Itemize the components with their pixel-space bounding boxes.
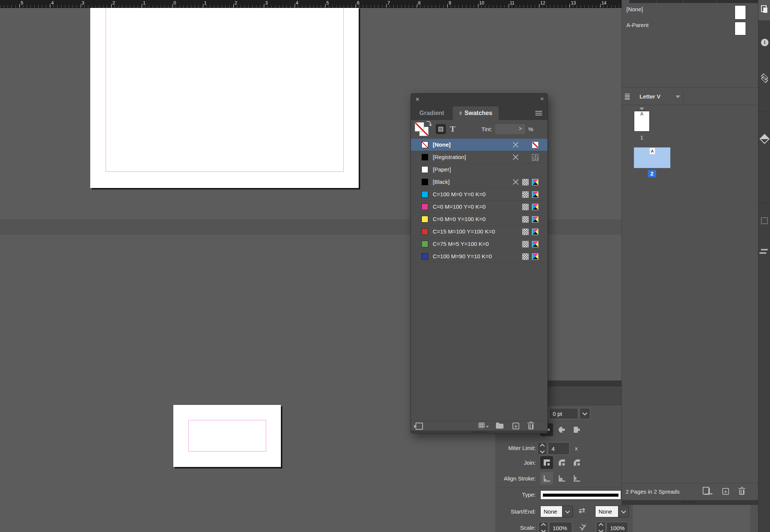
stroke-weight-dropdown-button[interactable] [579, 408, 590, 419]
page-size-menu-icon[interactable] [625, 94, 630, 100]
pages-panel-resize-strip[interactable] [622, 500, 758, 505]
parent-page-a-thumbnail[interactable] [735, 22, 746, 35]
swatches-panel-title-bar[interactable]: × ‹‹ [411, 94, 547, 106]
page-1-number[interactable]: 1 [634, 134, 650, 141]
ruler-major-tick [111, 4, 112, 8]
swatches-panel-resize-strip[interactable] [411, 430, 547, 433]
start-dropdown[interactable]: None [540, 506, 573, 517]
info-icon[interactable]: i [761, 39, 768, 46]
swatch-row[interactable]: C=75 M=5 Y=100 K=0 [411, 238, 547, 250]
ruler-unit-label: 14 [602, 0, 606, 6]
stroke-weight-field[interactable]: 0 pt [549, 408, 578, 419]
align-inside-icon [559, 475, 565, 482]
start-value: None [541, 506, 562, 517]
swatch-row[interactable]: C=100 M=0 Y=0 K=0 [411, 188, 547, 201]
swap-start-end-icon[interactable]: ⇄ [579, 506, 585, 515]
delete-page-button[interactable] [739, 490, 744, 495]
swatch-row[interactable]: [Registration] [411, 151, 547, 164]
swatch-row[interactable]: [Black] [411, 176, 547, 188]
stroke-type-dropdown[interactable] [540, 490, 621, 500]
edit-page-size-button[interactable] [704, 488, 710, 495]
ruler-major-tick [356, 4, 356, 8]
gradient-icon[interactable] [759, 134, 770, 144]
swatch-row[interactable]: [Paper] [411, 164, 547, 176]
tab-gradient[interactable]: Gradient [411, 106, 453, 120]
document-page-1[interactable] [90, 8, 359, 188]
process-icon [522, 241, 529, 247]
horizontal-ruler[interactable]: 5432101234567891011121314 [0, 0, 621, 8]
swap-fill-stroke-icon[interactable] [427, 121, 431, 125]
stroke-weight-value: 0 pt [553, 411, 562, 417]
new-color-group-icon[interactable] [496, 424, 503, 429]
miter-limit-stepper[interactable] [537, 442, 547, 455]
page-2-number-selected[interactable]: 2 [648, 170, 656, 177]
stroke-icon[interactable] [761, 249, 768, 250]
tint-combo-box[interactable]: > [495, 124, 525, 134]
miter-join-button[interactable] [540, 456, 553, 469]
pages-panel: [None] A-Parent Letter V A 1 A 2 2 Pages… [621, 0, 758, 505]
end-dropdown-button[interactable] [618, 506, 629, 517]
end-value: None [596, 506, 618, 517]
bevel-join-button[interactable] [570, 456, 583, 469]
parent-page-none-label[interactable]: [None] [626, 6, 643, 12]
library-panel [633, 505, 758, 532]
round-cap-button[interactable] [555, 423, 568, 436]
round-join-button[interactable] [555, 456, 568, 469]
parent-page-a-label[interactable]: A-Parent [626, 22, 649, 28]
new-page-button[interactable]: + [722, 488, 729, 495]
swatch-row[interactable]: C=0 M=100 Y=0 K=0 [411, 201, 547, 213]
fill-proxy[interactable] [415, 122, 424, 132]
swatch-views-icon[interactable] [479, 423, 485, 428]
scale-start-field[interactable]: 100% [549, 522, 572, 532]
scale-end-field[interactable]: 100% [606, 522, 628, 532]
broken-link-icon[interactable] [580, 524, 587, 531]
formatting-affects-text-button[interactable]: T [450, 124, 455, 134]
scale-end-stepper[interactable] [596, 522, 606, 532]
tab-swatches[interactable]: Swatches [453, 106, 499, 120]
exchange-swatch-icon[interactable] [415, 423, 423, 430]
close-icon[interactable]: × [415, 95, 420, 103]
collapse-panel-icon[interactable]: ‹‹ [540, 95, 543, 102]
page-size-label[interactable]: Letter V [640, 93, 661, 100]
tint-dropdown-icon[interactable]: > [519, 126, 522, 132]
miter-limit-field[interactable]: 4 [548, 442, 570, 455]
formatting-affects-container-button[interactable] [436, 124, 446, 134]
swatch-row[interactable]: C=100 M=90 Y=10 K=0 [411, 250, 547, 263]
swatches-panel: × ‹‹ Gradient Swatches T Tint: > % [None… [411, 93, 548, 433]
swatch-row[interactable]: C=15 M=100 Y=100 K=0 [411, 226, 547, 238]
scrollbar[interactable] [750, 505, 758, 532]
scale-start-stepper[interactable] [538, 522, 548, 532]
ruler-unit-label: 5 [21, 0, 23, 6]
align-center-button[interactable] [540, 472, 553, 485]
delete-swatch-button[interactable] [528, 424, 534, 429]
ruler-unit-label: 4 [51, 0, 54, 6]
pages-icon[interactable] [761, 5, 767, 12]
end-dropdown[interactable]: None [595, 506, 629, 517]
miter-limit-label: Miter Limit: [508, 445, 536, 451]
swatch-row[interactable]: C=0 M=0 Y=100 K=0 [411, 213, 547, 226]
swatch-name: [None] [433, 141, 451, 148]
panel-menu-icon[interactable] [535, 111, 542, 116]
document-page-2[interactable] [173, 405, 281, 467]
resize-grip[interactable] [472, 431, 487, 433]
miter-limit-row: Miter Limit: 4 x [495, 442, 633, 455]
stepper-up-icon [540, 444, 545, 449]
page-size-dropdown-icon[interactable] [676, 95, 680, 98]
ruler-unit-label: 4 [296, 0, 299, 6]
layers-icon[interactable] [761, 74, 767, 80]
swatch-row[interactable]: [None] [411, 139, 547, 151]
divider [683, 91, 684, 103]
parent-page-none-thumbnail[interactable] [735, 5, 746, 20]
align-outside-button[interactable] [570, 472, 583, 485]
swatch-views-caret-icon[interactable] [486, 426, 489, 427]
process-icon [522, 253, 529, 260]
new-swatch-button[interactable]: + [512, 423, 519, 429]
projecting-cap-button[interactable] [570, 423, 583, 436]
page-1-thumbnail[interactable]: A [634, 111, 650, 132]
align-inside-button[interactable] [555, 472, 568, 485]
start-dropdown-button[interactable] [562, 506, 573, 517]
resize-grip[interactable] [682, 501, 696, 503]
page-2-parent-letter: A [650, 148, 655, 154]
effects-icon[interactable] [761, 217, 768, 224]
page-2-thumbnail-selected[interactable]: A [634, 147, 670, 168]
